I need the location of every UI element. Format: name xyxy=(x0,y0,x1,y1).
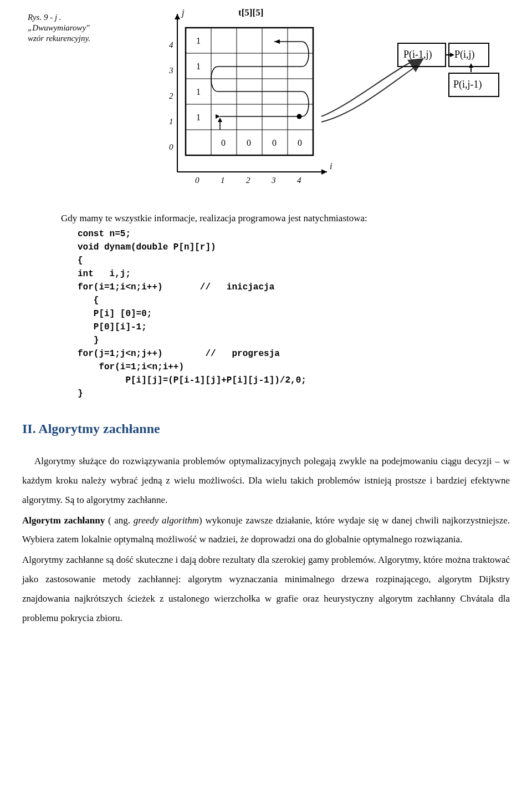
axis-j-label: j xyxy=(181,8,185,18)
svg-marker-13 xyxy=(274,39,280,44)
term-bold: Algorytm zachłanny xyxy=(22,515,105,526)
svg-marker-3 xyxy=(175,14,180,19)
ytick-0: 0 xyxy=(169,143,173,151)
xtick-1: 1 xyxy=(221,176,225,185)
code-l4: int i,j; xyxy=(78,269,131,279)
xtick-4: 4 xyxy=(297,176,301,185)
cell-2-0: 0 xyxy=(247,138,251,147)
ytick-4: 4 xyxy=(169,40,173,49)
ytick-2: 2 xyxy=(169,91,173,100)
code-l10a: for(j=1;j<n;j++) xyxy=(78,349,163,359)
code-l9: } xyxy=(78,335,99,345)
axis-i-label: i xyxy=(330,161,332,171)
figure-caption: Rys. 9 - j . „Dwuwymiarowy" wzór rekuren… xyxy=(28,12,133,43)
rc-top-left: P(i-1,j) xyxy=(403,49,432,60)
cell-0-3: 1 xyxy=(196,62,201,71)
intro-text: Gdy mamy te wszystkie informacje, realiz… xyxy=(61,213,510,224)
svg-marker-14 xyxy=(216,114,220,119)
ytick-3: 3 xyxy=(168,66,173,75)
code-l13: } xyxy=(78,389,83,399)
code-l2: void dynam(double P[n][r]) xyxy=(78,242,216,252)
term-italic: greedy algorithm xyxy=(134,515,199,526)
code-l8: P[0][i]-1; xyxy=(78,322,147,332)
code-l3: { xyxy=(78,256,83,266)
svg-marker-16 xyxy=(218,118,222,122)
code-l5b: // inicjacja xyxy=(200,282,274,292)
code-l11: for(i=1;i<n;i++) xyxy=(78,362,184,372)
cell-4-0: 0 xyxy=(298,138,302,147)
caption-line-2: „Dwuwymiarowy" xyxy=(28,23,133,33)
svg-marker-25 xyxy=(469,63,473,68)
cell-0-1: 1 xyxy=(196,113,201,122)
code-l1: const n=5; xyxy=(78,229,131,239)
rc-top-right: P(i,j) xyxy=(454,49,475,60)
code-l7: P[i] [0]=0; xyxy=(78,309,152,319)
code-block: const n=5; void dynam(double P[n][r]) { … xyxy=(78,227,510,400)
grid-top-label: t[5][5] xyxy=(238,7,263,18)
paren-open: ( ang. xyxy=(105,515,134,526)
caption-line-1: Rys. 9 - j . xyxy=(28,12,133,23)
svg-point-17 xyxy=(297,114,302,119)
code-l5a: for(i=1;i<n;i++) xyxy=(78,282,163,292)
figure-row: Rys. 9 - j . „Dwuwymiarowy" wzór rekuren… xyxy=(22,6,510,205)
section-heading: II. Algorytmy zachłanne xyxy=(22,421,510,436)
cell-0-4: 1 xyxy=(196,36,201,45)
rc-bottom-right: P(i,j-1) xyxy=(453,79,482,90)
paragraph-2: Algorytm zachłanny ( ang. greedy algorit… xyxy=(22,511,510,550)
cell-0-2: 1 xyxy=(196,87,201,96)
code-l12: P[i][j]=(P[i-1][j]+P[i][j-1])/2,0; xyxy=(78,375,306,385)
ytick-1: 1 xyxy=(169,117,173,126)
xtick-3: 3 xyxy=(271,176,276,185)
xtick-0: 0 xyxy=(195,176,200,185)
paragraph-3: Algorytmy zachłanne są dość skuteczne i … xyxy=(22,551,510,628)
code-l6: { xyxy=(78,296,99,306)
body-text: Algorytmy służące do rozwiązywania probl… xyxy=(22,452,510,628)
cell-1-0: 0 xyxy=(221,138,226,147)
svg-marker-2 xyxy=(321,169,327,175)
grid-diagram: j i t[5][5] xyxy=(155,6,338,189)
caption-line-3: wzór rekurencyjny. xyxy=(28,33,133,44)
recurrence-diagram: P(i-1,j) P(i,j) P(i,j-1) xyxy=(393,39,504,116)
xtick-2: 2 xyxy=(246,176,250,185)
cell-3-0: 0 xyxy=(272,138,277,147)
svg-marker-23 xyxy=(450,53,454,57)
paragraph-1: Algorytmy służące do rozwiązywania probl… xyxy=(22,452,510,510)
code-l10b: // progresja xyxy=(205,349,279,359)
